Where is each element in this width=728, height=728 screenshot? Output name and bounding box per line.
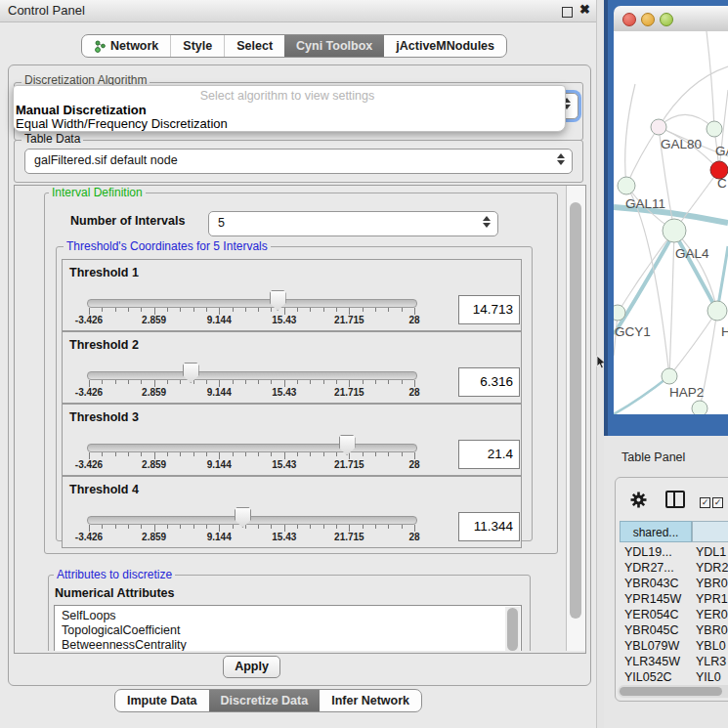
table-row-name[interactable]: YBL0	[696, 638, 728, 654]
scroll-thumb[interactable]	[570, 202, 581, 619]
table-row-shared-name[interactable]: YBR045C	[624, 622, 692, 638]
table-row-shared-name[interactable]: YBL079W	[624, 638, 692, 654]
slider-tick	[363, 380, 364, 384]
slider-tick-label: 9.144	[193, 387, 244, 398]
network-node-green[interactable]	[663, 219, 686, 242]
network-node-green[interactable]	[614, 305, 625, 321]
dropdown-hint-item[interactable]: Select algorithm to view settings	[43, 89, 532, 103]
slider-tick	[402, 308, 403, 312]
num-intervals-spinner[interactable]: 5	[208, 211, 498, 236]
slider-tick	[375, 452, 376, 456]
slider-tick	[310, 380, 311, 384]
slider-tick-label: 21.715	[323, 532, 374, 542]
table-row-shared-name[interactable]: YBR043C	[624, 576, 692, 591]
attribute-item[interactable]: SelfLoops	[62, 609, 116, 622]
checkbox-icon[interactable]: ✓	[712, 497, 723, 508]
table-row-shared-name[interactable]: YER054C	[624, 607, 692, 622]
tab-discretize-data[interactable]: Discretize Data	[209, 690, 321, 711]
slider-track[interactable]	[87, 299, 417, 308]
slider-tick	[141, 380, 142, 384]
table-row-shared-name[interactable]: YIL052C	[624, 669, 692, 685]
node-table[interactable]: shared... na YDL19...YDL1YDR27...YDR2YBR…	[620, 521, 728, 687]
threshold-value-field[interactable]: 14.713	[458, 295, 520, 324]
tab-impute-data[interactable]: Impute Data	[115, 690, 209, 711]
network-node-green[interactable]	[707, 121, 722, 137]
column-header-name[interactable]: na	[692, 521, 728, 542]
settings-scrollbar[interactable]	[566, 186, 585, 651]
slider-tick	[388, 380, 389, 384]
threshold-panel-4: Threshold 4-3.4262.8599.14415.4321.71528…	[62, 476, 522, 548]
threshold-value-field[interactable]: 6.316	[458, 367, 520, 397]
table-row-shared-name[interactable]: YLR345W	[624, 654, 692, 669]
slider-tick	[349, 525, 350, 532]
threshold-value-field[interactable]: 11.344	[458, 512, 520, 541]
slider-track[interactable]	[87, 516, 417, 525]
float-window-icon[interactable]	[562, 7, 573, 18]
table-row-name[interactable]: YDR2	[696, 560, 728, 576]
split-table-icon[interactable]	[665, 491, 685, 508]
column-header-shared-name[interactable]: shared...	[620, 521, 692, 542]
network-node-label: GAL11	[625, 196, 665, 211]
network-node-label: H	[721, 324, 728, 339]
threshold-label: Threshold 2	[69, 338, 139, 352]
network-node-pink[interactable]	[651, 119, 666, 135]
slider-tick	[310, 452, 311, 456]
slider-tick	[89, 525, 90, 532]
tab-select[interactable]: Select	[224, 35, 284, 57]
attribute-list-scrollbar[interactable]	[505, 607, 520, 651]
tab-network[interactable]: Network	[82, 35, 170, 57]
table-row-name[interactable]: YLR3	[696, 654, 728, 669]
table-row-shared-name[interactable]: YPR145W	[624, 591, 692, 607]
mac-zoom-icon[interactable]	[660, 13, 673, 26]
tab-style[interactable]: Style	[170, 35, 224, 57]
slider-tick	[206, 308, 207, 312]
slider-tick	[414, 525, 415, 532]
slider-track[interactable]	[87, 371, 417, 380]
slider-tick	[206, 452, 207, 456]
network-node-green[interactable]	[692, 401, 707, 414]
network-node-label: GAL80	[661, 137, 702, 151]
mac-close-icon[interactable]	[622, 13, 636, 26]
combo-arrows-icon	[556, 153, 565, 165]
threshold-value-field[interactable]: 21.4	[458, 440, 520, 469]
table-row-name[interactable]: YBR0	[696, 622, 728, 638]
slider-tick	[349, 380, 350, 387]
network-node-green[interactable]	[662, 368, 677, 384]
table-row-shared-name[interactable]: YDR27...	[624, 560, 692, 576]
thresholds-group-label: Threshold's Coordinates for 5 Intervals	[64, 240, 271, 252]
slider-tick	[128, 380, 129, 384]
table-row-name[interactable]: YER0	[696, 607, 728, 622]
table-row-name[interactable]: YDL1	[696, 544, 728, 560]
slider-tick	[141, 525, 142, 529]
attribute-item[interactable]: BetweennessCentrality	[62, 638, 187, 651]
gear-icon[interactable]	[630, 492, 647, 508]
checkbox-icon[interactable]: ✓	[700, 497, 710, 508]
dropdown-option-equal-width[interactable]: Equal Width/Frequency Discretization	[16, 116, 228, 131]
table-data-label: Table Data	[21, 133, 83, 145]
table-row-name[interactable]: YIL0	[696, 669, 728, 685]
table-row-name[interactable]: YBR0	[696, 576, 728, 591]
network-node-green[interactable]	[618, 177, 635, 194]
attribute-list[interactable]: SelfLoopsTopologicalCoefficientBetweenne…	[54, 605, 522, 651]
attribute-item[interactable]: TopologicalCoefficient	[62, 623, 180, 637]
table-row-name[interactable]: YPR1	[696, 591, 728, 607]
slider-tick	[258, 525, 259, 529]
close-icon[interactable]: ✖	[579, 2, 590, 17]
scroll-thumb[interactable]	[507, 608, 518, 651]
scroll-thumb[interactable]	[620, 687, 722, 696]
tab-jactivemnodules[interactable]: jActiveMNodules	[384, 35, 506, 57]
apply-button[interactable]: Apply	[223, 656, 280, 678]
tab-cyni-toolbox[interactable]: Cyni Toolbox	[284, 35, 384, 57]
table-data-combobox[interactable]: galFiltered.sif default node	[24, 149, 573, 174]
mac-minimize-icon[interactable]	[641, 13, 655, 26]
dropdown-option-manual[interactable]: Manual Discretization	[16, 103, 147, 117]
slider-tick	[402, 380, 403, 384]
slider-tick	[115, 452, 116, 456]
slider-tick	[388, 525, 389, 529]
table-row-shared-name[interactable]: YDL19...	[624, 544, 692, 560]
network-node-green[interactable]	[707, 301, 727, 321]
network-canvas[interactable]: GAL80GACGAL11GAL4GCY1HHAP2	[614, 31, 728, 414]
tab-infer-network[interactable]: Infer Network	[320, 690, 421, 711]
slider-track[interactable]	[87, 444, 417, 452]
table-hscrollbar[interactable]	[618, 685, 728, 698]
